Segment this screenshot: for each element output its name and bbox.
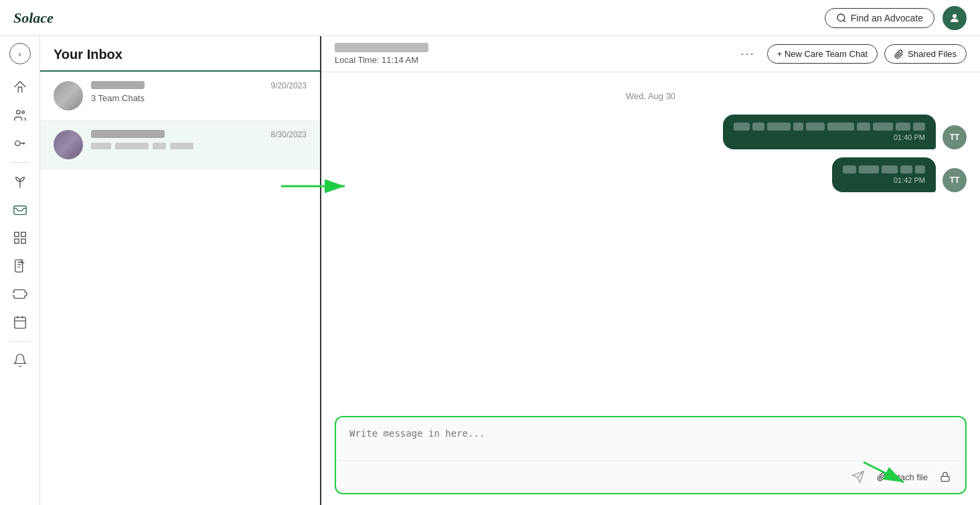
avatar-initials-2: TT bbox=[950, 175, 960, 185]
inbox-content-2 bbox=[91, 130, 263, 149]
msg2-word-3 bbox=[882, 165, 898, 173]
inbox-title: Your Inbox bbox=[54, 47, 307, 62]
attach-file-label: Attach file bbox=[890, 472, 928, 482]
inbox-sub-1: 3 Team Chats bbox=[91, 93, 263, 103]
search-icon bbox=[836, 13, 847, 23]
home-icon bbox=[13, 80, 27, 94]
calendar-icon bbox=[13, 315, 27, 330]
input-toolbar: Attach file bbox=[336, 460, 965, 493]
chat-messages: Wed, Aug 30 01 bbox=[321, 72, 980, 408]
message-input[interactable] bbox=[336, 417, 965, 460]
sidebar-item-calendar[interactable] bbox=[8, 310, 32, 334]
msg-word-8 bbox=[873, 123, 893, 131]
sidebar-item-documents[interactable] bbox=[8, 254, 32, 278]
user-icon bbox=[949, 12, 961, 24]
chat-header: Local Time: 11:14 AM ··· + New Care Team… bbox=[321, 36, 980, 72]
msg-word-5 bbox=[806, 123, 825, 131]
sidebar-item-inbox[interactable] bbox=[8, 198, 32, 222]
main-layout: › bbox=[0, 36, 980, 505]
msg2-word-4 bbox=[900, 165, 912, 173]
attach-file-button[interactable]: Attach file bbox=[877, 472, 928, 482]
svg-point-10 bbox=[15, 141, 19, 145]
msg-word-9 bbox=[896, 123, 910, 131]
svg-rect-11 bbox=[13, 206, 25, 215]
message-input-box: Attach file bbox=[335, 416, 967, 494]
inbox-icon bbox=[13, 202, 27, 217]
message-row-1: 01:40 PM TT bbox=[335, 115, 967, 149]
sidebar-divider-1 bbox=[10, 162, 30, 163]
msg-word-7 bbox=[857, 123, 870, 131]
sidebar-item-users[interactable] bbox=[8, 103, 32, 127]
inbox-item-2[interactable]: 8/30/2023 bbox=[40, 121, 320, 169]
lock-button[interactable] bbox=[936, 467, 955, 486]
svg-point-9 bbox=[21, 111, 24, 114]
key-icon bbox=[13, 136, 27, 151]
svg-rect-13 bbox=[21, 232, 25, 236]
sidebar-item-home[interactable] bbox=[8, 75, 32, 99]
msg-word-10 bbox=[913, 123, 925, 131]
svg-line-5 bbox=[843, 20, 845, 22]
sidebar-toggle[interactable]: › bbox=[9, 43, 31, 64]
svg-rect-20 bbox=[941, 476, 949, 481]
sidebar-item-grid[interactable] bbox=[8, 226, 32, 250]
msg2-word-5 bbox=[915, 165, 925, 173]
inbox-name-1 bbox=[91, 81, 263, 92]
preview-block-3 bbox=[153, 143, 166, 149]
msg2-word-2 bbox=[859, 165, 879, 173]
inbox-panel: Your Inbox 3 Team Chats 9/20/2023 bbox=[40, 36, 321, 505]
inbox-item-1[interactable]: 3 Team Chats 9/20/2023 bbox=[40, 72, 320, 121]
preview-block-1 bbox=[91, 143, 111, 149]
avatar-2 bbox=[54, 130, 83, 159]
shared-files-button[interactable]: Shared Files bbox=[884, 44, 967, 64]
message-content-1 bbox=[734, 123, 925, 131]
inbox-header: Your Inbox bbox=[40, 36, 320, 72]
send-icon bbox=[851, 470, 865, 484]
message-bubble-2: 01:42 PM bbox=[832, 157, 936, 192]
svg-point-8 bbox=[16, 111, 20, 115]
grid-icon bbox=[13, 230, 27, 245]
msg-word-2 bbox=[752, 123, 764, 131]
message-content-2 bbox=[843, 165, 925, 173]
sidebar-item-tickets[interactable] bbox=[8, 282, 32, 306]
sidebar-item-key[interactable] bbox=[8, 131, 32, 155]
inbox-name-2 bbox=[91, 130, 263, 141]
nav-right: Find an Advocate bbox=[825, 6, 967, 30]
name-blurred-1 bbox=[91, 81, 145, 89]
sidebar-item-plant[interactable] bbox=[8, 169, 32, 194]
more-options-button[interactable]: ··· bbox=[736, 44, 760, 64]
sidebar: › bbox=[0, 36, 40, 505]
inbox-list: 3 Team Chats 9/20/2023 bbox=[40, 72, 320, 505]
lock-icon bbox=[940, 472, 951, 482]
date-divider: Wed, Aug 30 bbox=[335, 91, 967, 101]
find-advocate-button[interactable]: Find an Advocate bbox=[825, 8, 934, 28]
inbox-date-1: 9/20/2023 bbox=[271, 81, 307, 90]
chat-header-info: Local Time: 11:14 AM bbox=[335, 43, 428, 65]
svg-rect-15 bbox=[21, 239, 25, 243]
local-time-label: Local Time: bbox=[335, 55, 379, 65]
svg-rect-14 bbox=[14, 239, 18, 243]
preview-block-4 bbox=[170, 143, 193, 149]
user-avatar[interactable] bbox=[943, 6, 967, 30]
inbox-content-1: 3 Team Chats bbox=[91, 81, 263, 103]
inbox-date-2: 8/30/2023 bbox=[271, 130, 307, 139]
msg2-word-1 bbox=[843, 165, 856, 173]
avatar-image-1 bbox=[54, 81, 83, 111]
top-nav: Solace Find an Advocate bbox=[0, 0, 980, 36]
local-time-value: 11:14 AM bbox=[382, 55, 418, 65]
message-time-2: 01:42 PM bbox=[843, 176, 925, 184]
sidebar-divider-2 bbox=[10, 341, 30, 342]
chat-contact-name bbox=[335, 43, 428, 52]
attach-icon bbox=[877, 472, 886, 482]
new-care-team-button[interactable]: + New Care Team Chat bbox=[767, 44, 878, 64]
sidebar-item-notifications[interactable] bbox=[8, 348, 32, 372]
find-advocate-label: Find an Advocate bbox=[851, 13, 923, 23]
preview-block-2 bbox=[115, 143, 149, 149]
shared-files-label: Shared Files bbox=[908, 49, 957, 59]
message-avatar-1: TT bbox=[943, 125, 967, 149]
svg-rect-17 bbox=[14, 317, 25, 329]
svg-point-4 bbox=[837, 14, 845, 21]
msg-word-6 bbox=[827, 123, 854, 131]
message-bubble-1: 01:40 PM bbox=[723, 115, 936, 149]
send-button[interactable] bbox=[847, 466, 869, 488]
msg-word-3 bbox=[767, 123, 791, 131]
